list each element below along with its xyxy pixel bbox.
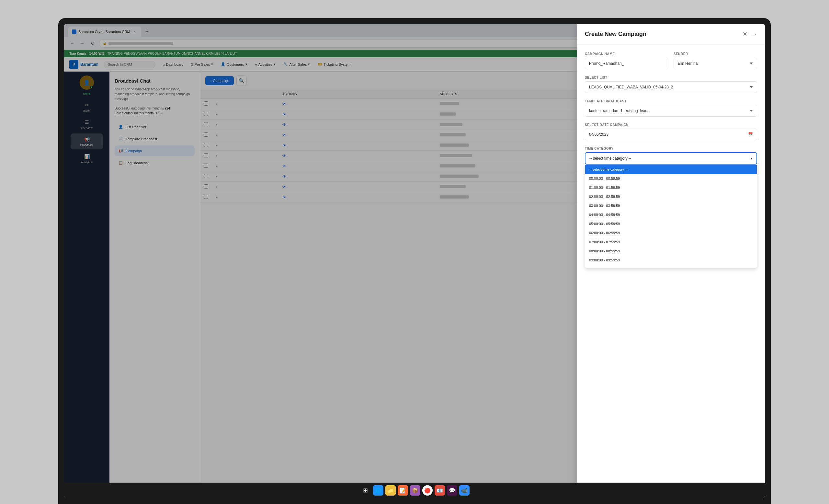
time-category-trigger[interactable]: -- select time category -- ▾ <box>585 152 757 165</box>
form-group-date: SELECT DATE CAMPAIGN 04/06/2023 📅 <box>585 123 757 140</box>
taskbar-zoom[interactable]: 📹 <box>459 485 470 496</box>
macbook-screen: Barantum Chat - Barantum CRM × + ← → ↻ 🔒… <box>64 24 765 498</box>
time-category-value: -- select time category -- <box>589 156 631 161</box>
campaign-name-label: CAMPAIGN NAME <box>585 52 669 56</box>
form-row-name-sender: CAMPAIGN NAME SENDER Elin Herlina <box>585 52 757 69</box>
time-category-dropdown[interactable]: -- select time category --00:00:00 - 00:… <box>585 165 757 268</box>
form-group-sender: SENDER Elin Herlina <box>674 52 757 69</box>
taskbar-slack[interactable]: 💬 <box>447 485 457 496</box>
form-row-template: TEMPLATE BROADCAST konten_ramadan_1_exis… <box>585 100 757 117</box>
form-group-campaign-name: CAMPAIGN NAME <box>585 52 669 69</box>
modal-close-button[interactable]: ✕ <box>743 30 747 38</box>
date-value: 04/06/2023 <box>589 132 609 137</box>
time-option[interactable]: 01:00:00 - 01:59:59 <box>585 183 757 192</box>
time-option[interactable]: 07:00:00 - 07:59:59 <box>585 238 757 247</box>
date-label: SELECT DATE CAMPAIGN <box>585 123 757 127</box>
time-option[interactable]: -- select time category -- <box>585 165 757 174</box>
macbook-frame: Barantum Chat - Barantum CRM × + ← → ↻ 🔒… <box>58 18 771 504</box>
sender-label: SENDER <box>674 52 757 56</box>
select-list-label: SELECT LIST <box>585 76 757 79</box>
taskbar-windows-button[interactable]: ⊞ <box>359 484 371 496</box>
form-row-time: TIME CATEGORY -- select time category --… <box>585 147 757 165</box>
time-option[interactable]: 08:00:00 - 08:59:59 <box>585 247 757 256</box>
form-group-time: TIME CATEGORY -- select time category --… <box>585 147 757 165</box>
time-option[interactable]: 04:00:00 - 04:59:59 <box>585 210 757 219</box>
form-row-select-list: SELECT LIST LEADS_QUALIFIED_WABA_VALID_0… <box>585 76 757 93</box>
modal-header: Create New Campaign ✕ → <box>577 24 765 44</box>
time-category-label: TIME CATEGORY <box>585 147 757 150</box>
taskbar-outlook[interactable]: 📧 <box>435 485 445 496</box>
form-row-date: SELECT DATE CAMPAIGN 04/06/2023 📅 <box>585 123 757 140</box>
modal-body: CAMPAIGN NAME SENDER Elin Herlina <box>577 44 765 498</box>
template-broadcast-label: TEMPLATE BROADCAST <box>585 100 757 103</box>
modal-overlay: Create New Campaign ✕ → CAMPAIGN NAME <box>64 24 765 498</box>
template-broadcast-select[interactable]: konten_ramadan_1_existing_leads <box>585 105 757 117</box>
taskbar-notes[interactable]: 📝 <box>398 485 408 496</box>
form-group-template: TEMPLATE BROADCAST konten_ramadan_1_exis… <box>585 100 757 117</box>
taskbar: ⊞ 🌐 📁 📝 📦 🔴 📧 💬 📹 <box>64 482 765 498</box>
taskbar-explorer[interactable]: 📁 <box>385 485 396 496</box>
sender-select[interactable]: Elin Herlina <box>674 58 757 69</box>
date-input-display: 04/06/2023 📅 <box>585 129 757 140</box>
modal-title: Create New Campaign <box>585 31 646 38</box>
time-option[interactable]: 00:00:00 - 00:59:59 <box>585 174 757 183</box>
campaign-name-input[interactable] <box>585 58 669 69</box>
form-group-select-list: SELECT LIST LEADS_QUALIFIED_WABA_VALID_0… <box>585 76 757 93</box>
time-option[interactable]: 05:00:00 - 05:59:59 <box>585 219 757 228</box>
time-option[interactable]: 09:00:00 - 09:59:59 <box>585 256 757 265</box>
chevron-down-icon-time: ▾ <box>751 156 753 161</box>
create-campaign-modal: Create New Campaign ✕ → CAMPAIGN NAME <box>577 24 765 498</box>
taskbar-winrar[interactable]: 📦 <box>410 485 420 496</box>
taskbar-chrome[interactable]: 🔴 <box>422 485 433 496</box>
time-category-container: -- select time category -- ▾ -- select t… <box>585 152 757 165</box>
calendar-icon[interactable]: 📅 <box>748 132 753 137</box>
time-option[interactable]: 10:00:00 - 10:59:59 <box>585 265 757 268</box>
modal-nav-button[interactable]: → <box>751 31 757 38</box>
time-option[interactable]: 03:00:00 - 03:59:59 <box>585 201 757 210</box>
taskbar-edge[interactable]: 🌐 <box>373 485 384 496</box>
time-option[interactable]: 06:00:00 - 06:59:59 <box>585 228 757 238</box>
modal-header-actions: ✕ → <box>743 30 757 38</box>
select-list-select[interactable]: LEADS_QUALIFIED_WABA_VALID_05-04-23_2 <box>585 81 757 93</box>
time-option[interactable]: 02:00:00 - 02:59:59 <box>585 192 757 201</box>
